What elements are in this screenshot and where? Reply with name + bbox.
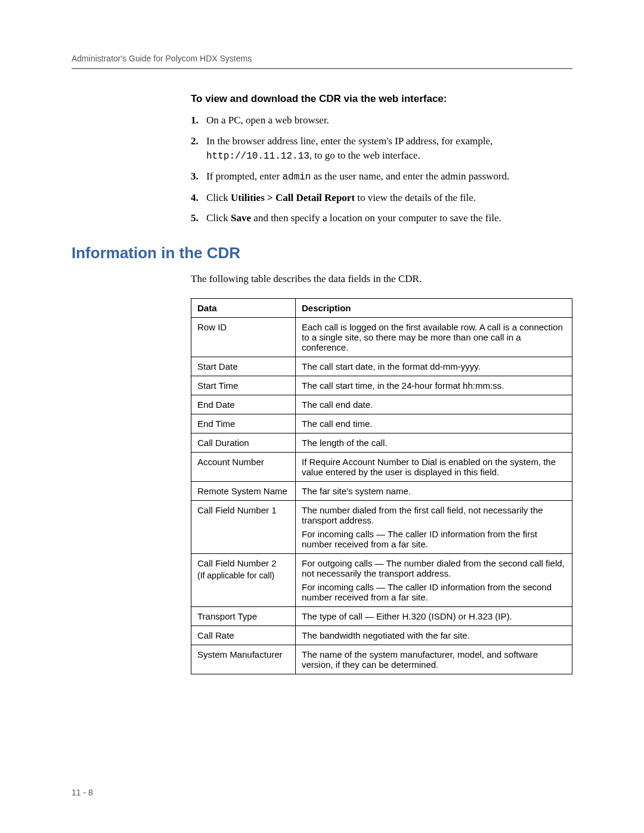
table-row: Start DateThe call start date, in the fo…	[191, 357, 572, 376]
desc-paragraph: Each call is logged on the first availab…	[302, 322, 566, 352]
step: 4.Click Utilities > Call Detail Report t…	[191, 191, 572, 206]
table-row: End TimeThe call end time.	[191, 414, 572, 433]
desc-paragraph: The name of the system manufacturer, mod…	[302, 649, 566, 670]
step-body: Click Save and then specify a location o…	[206, 211, 572, 226]
data-field-name: Row ID	[191, 317, 296, 357]
data-field-desc: The length of the call.	[296, 433, 572, 452]
section-intro: The following table describes the data f…	[191, 273, 572, 285]
desc-paragraph: The call end date.	[302, 400, 566, 410]
step-number: 4.	[191, 191, 206, 206]
desc-paragraph: The call start time, in the 24-hour form…	[302, 380, 566, 391]
data-field-desc: The call end time.	[296, 414, 572, 433]
step-body: If prompted, enter admin as the user nam…	[206, 169, 572, 184]
data-field-name: System Manufacturer	[191, 645, 296, 674]
table-row: Call Field Number 2(If applicable for ca…	[191, 553, 572, 606]
desc-paragraph: If Require Account Number to Dial is ena…	[302, 457, 566, 477]
desc-paragraph: For outgoing calls — The number dialed f…	[302, 558, 566, 578]
data-field-name: Call Field Number 2(If applicable for ca…	[191, 553, 296, 606]
step-number: 3.	[191, 169, 206, 184]
step-body: Click Utilities > Call Detail Report to …	[206, 191, 572, 206]
data-field-name: Call Field Number 1	[191, 500, 296, 553]
data-field-qualifier: (If applicable for call)	[197, 571, 289, 580]
data-field-desc: The call start time, in the 24-hour form…	[296, 376, 572, 395]
table-row: Account NumberIf Require Account Number …	[191, 452, 572, 481]
data-field-name: Remote System Name	[191, 481, 296, 500]
table-header-row: Data Description	[191, 298, 572, 317]
data-field-desc: Each call is logged on the first availab…	[296, 317, 572, 357]
page: Administrator's Guide for Polycom HDX Sy…	[0, 0, 644, 833]
data-field-name: Start Date	[191, 357, 296, 376]
col-header-desc: Description	[296, 298, 572, 317]
desc-paragraph: The bandwidth negotiated with the far si…	[302, 630, 566, 640]
code-literal: admin	[282, 172, 311, 182]
ui-path: Utilities > Call Detail Report	[231, 192, 355, 203]
section-body: The following table describes the data f…	[191, 273, 572, 674]
step-number: 5.	[191, 211, 206, 226]
data-field-desc: The call end date.	[296, 395, 572, 414]
step-number: 1.	[191, 113, 206, 128]
procedure-block: To view and download the CDR via the web…	[191, 93, 572, 226]
table-row: Remote System NameThe far site's system …	[191, 481, 572, 500]
page-number: 11 - 8	[72, 788, 93, 797]
desc-paragraph: For incoming calls — The caller ID infor…	[302, 529, 566, 549]
data-field-desc: The number dialed from the first call fi…	[296, 500, 572, 553]
data-field-name: End Time	[191, 414, 296, 433]
cdr-table: Data Description Row IDEach call is logg…	[191, 298, 572, 674]
data-field-desc: The bandwidth negotiated with the far si…	[296, 625, 572, 645]
data-field-desc: The call start date, in the format dd-mm…	[296, 357, 572, 376]
data-field-name: End Date	[191, 395, 296, 414]
step-number: 2.	[191, 134, 206, 164]
desc-paragraph: The number dialed from the first call fi…	[302, 505, 566, 525]
data-field-name: Start Time	[191, 376, 296, 395]
table-row: Start TimeThe call start time, in the 24…	[191, 376, 572, 395]
desc-paragraph: The call end time.	[302, 419, 566, 429]
desc-paragraph: The type of call — Either H.320 (ISDN) o…	[302, 611, 566, 621]
desc-paragraph: The length of the call.	[302, 438, 566, 448]
step: 3.If prompted, enter admin as the user n…	[191, 169, 572, 184]
step: 2.In the browser address line, enter the…	[191, 134, 572, 164]
table-row: End DateThe call end date.	[191, 395, 572, 414]
step-body: On a PC, open a web browser.	[206, 113, 572, 128]
desc-paragraph: The far site's system name.	[302, 486, 566, 496]
step-body: In the browser address line, enter the s…	[206, 134, 572, 164]
step: 1.On a PC, open a web browser.	[191, 113, 572, 128]
data-field-name: Call Rate	[191, 625, 296, 645]
desc-paragraph: The call start date, in the format dd-mm…	[302, 361, 566, 371]
table-row: Call DurationThe length of the call.	[191, 433, 572, 452]
procedure-title: To view and download the CDR via the web…	[191, 93, 572, 105]
table-row: Row IDEach call is logged on the first a…	[191, 317, 572, 357]
table-row: Call RateThe bandwidth negotiated with t…	[191, 625, 572, 645]
data-field-desc: The type of call — Either H.320 (ISDN) o…	[296, 606, 572, 625]
running-header: Administrator's Guide for Polycom HDX Sy…	[72, 54, 572, 69]
data-field-name: Call Duration	[191, 433, 296, 452]
desc-paragraph: For incoming calls — The caller ID infor…	[302, 582, 566, 602]
step: 5.Click Save and then specify a location…	[191, 211, 572, 226]
ui-path: Save	[231, 212, 251, 224]
table-row: System ManufacturerThe name of the syste…	[191, 645, 572, 674]
table-row: Call Field Number 1The number dialed fro…	[191, 500, 572, 553]
data-field-desc: For outgoing calls — The number dialed f…	[296, 553, 572, 606]
col-header-data: Data	[191, 298, 296, 317]
data-field-desc: If Require Account Number to Dial is ena…	[296, 452, 572, 481]
table-row: Transport TypeThe type of call — Either …	[191, 606, 572, 625]
data-field-desc: The name of the system manufacturer, mod…	[296, 645, 572, 674]
data-field-desc: The far site's system name.	[296, 481, 572, 500]
data-field-name: Transport Type	[191, 606, 296, 625]
section-heading: Information in the CDR	[72, 244, 572, 262]
procedure-steps: 1.On a PC, open a web browser.2.In the b…	[191, 113, 572, 226]
data-field-name: Account Number	[191, 452, 296, 481]
code-literal: http://10.11.12.13	[206, 151, 309, 162]
